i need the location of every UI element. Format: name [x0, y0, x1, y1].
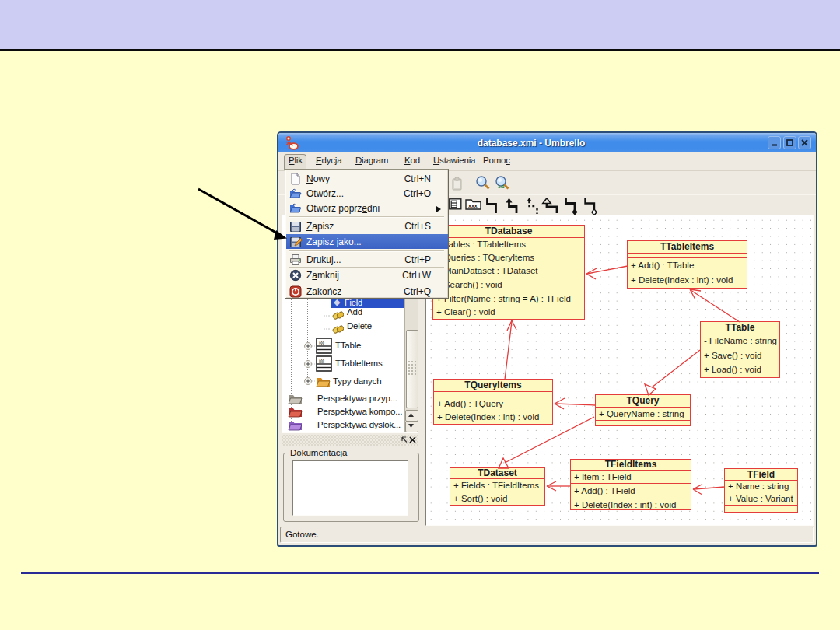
svg-text:xxx: xxx [468, 203, 478, 208]
svg-text:xxx: xxx [319, 341, 325, 346]
svg-text:xxx: xxx [319, 359, 325, 364]
svg-text:1:1: 1:1 [498, 184, 505, 189]
